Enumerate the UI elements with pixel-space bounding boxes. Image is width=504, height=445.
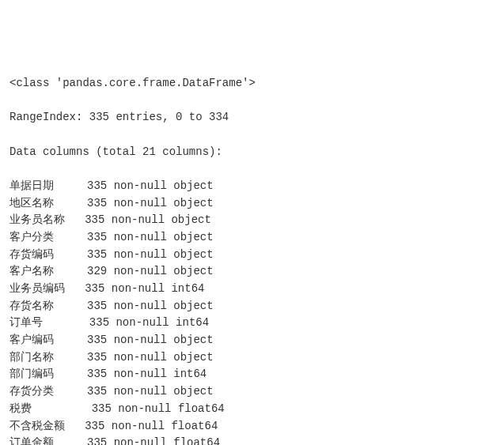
column-count: 335 — [85, 213, 104, 226]
column-row: 单据日期 335 non-null object — [9, 178, 495, 195]
column-name: 订单金额 — [9, 436, 81, 445]
column-row: 存货分类 335 non-null object — [9, 383, 495, 401]
column-name: 客户编码 — [9, 334, 81, 346]
column-name: 客户名称 — [9, 265, 81, 277]
nonnull-label: non-null — [114, 265, 167, 277]
column-count: 335 — [87, 436, 107, 445]
column-dtype: object — [173, 248, 213, 261]
column-name: 部门名称 — [9, 351, 81, 364]
column-row: 业务员编码 335 non-null int64 — [9, 281, 495, 298]
column-dtype: int64 — [171, 282, 204, 295]
nonnull-label: non-null — [112, 282, 165, 295]
column-dtype: object — [173, 197, 213, 209]
nonnull-label: non-null — [112, 420, 165, 432]
nonnull-label: non-null — [114, 197, 167, 209]
column-name: 税费 — [9, 402, 85, 415]
nonnull-label: non-null — [114, 248, 167, 261]
nonnull-label: non-null — [114, 368, 167, 380]
column-row: 税费 335 non-null float64 — [9, 401, 495, 418]
column-dtype: float64 — [178, 402, 225, 415]
column-count: 335 — [87, 300, 107, 312]
column-dtype: object — [173, 334, 213, 346]
column-dtype: object — [173, 385, 213, 398]
nonnull-label: non-null — [114, 351, 167, 364]
column-count: 335 — [87, 179, 107, 192]
column-count: 335 — [87, 385, 107, 398]
column-count: 335 — [92, 402, 112, 415]
nonnull-label: non-null — [114, 436, 167, 445]
nonnull-label: non-null — [118, 402, 171, 415]
column-row: 业务员名称 335 non-null object — [9, 212, 495, 229]
column-name: 存货编码 — [9, 248, 81, 261]
df-class-line: <class 'pandas.core.frame.DataFrame'> — [9, 75, 495, 92]
column-name: 部门编码 — [9, 368, 81, 380]
nonnull-label: non-null — [114, 385, 167, 398]
column-row: 不含税金额 335 non-null float64 — [9, 418, 495, 436]
column-count: 335 — [87, 334, 107, 346]
nonnull-label: non-null — [114, 300, 167, 312]
column-dtype: float64 — [171, 420, 218, 432]
column-count: 335 — [87, 248, 107, 261]
column-count: 335 — [89, 316, 109, 329]
column-count: 335 — [87, 197, 107, 209]
column-dtype: object — [173, 265, 213, 277]
column-count: 335 — [85, 282, 104, 295]
nonnull-label: non-null — [114, 334, 167, 346]
column-dtype: object — [171, 213, 210, 226]
nonnull-label: non-null — [114, 231, 167, 243]
column-name: 订单号 — [9, 316, 82, 329]
column-row: 订单金额 335 non-null float64 — [9, 435, 495, 445]
column-row: 客户分类 335 non-null object — [9, 229, 495, 247]
column-name: 单据日期 — [9, 179, 81, 192]
column-count: 335 — [87, 351, 107, 364]
column-dtype: int64 — [176, 316, 209, 329]
column-name: 存货分类 — [9, 385, 81, 398]
column-row: 存货编码 335 non-null object — [9, 247, 495, 264]
nonnull-label: non-null — [114, 179, 167, 192]
column-name: 地区名称 — [9, 197, 81, 209]
column-name: 客户分类 — [9, 231, 81, 243]
column-dtype: int64 — [173, 368, 207, 380]
column-row: 存货名称 335 non-null object — [9, 298, 495, 315]
nonnull-label: non-null — [116, 316, 169, 329]
columns-list: 单据日期 335 non-null object地区名称 335 non-nul… — [9, 178, 495, 445]
column-count: 335 — [85, 420, 104, 432]
column-dtype: float64 — [173, 436, 220, 445]
column-row: 客户编码 335 non-null object — [9, 332, 495, 349]
nonnull-label: non-null — [112, 213, 165, 226]
column-count: 329 — [87, 265, 107, 277]
column-name: 不含税金额 — [9, 420, 78, 432]
columns-header-line: Data columns (total 21 columns): — [9, 144, 495, 161]
column-name: 存货名称 — [9, 300, 81, 312]
column-name: 业务员编码 — [9, 282, 78, 295]
column-row: 部门编码 335 non-null int64 — [9, 366, 495, 383]
column-dtype: object — [173, 351, 213, 364]
column-count: 335 — [87, 368, 107, 380]
column-row: 客户名称 329 non-null object — [9, 263, 495, 281]
column-row: 地区名称 335 non-null object — [9, 195, 495, 213]
column-dtype: object — [173, 179, 213, 192]
column-row: 部门名称 335 non-null object — [9, 349, 495, 367]
column-name: 业务员名称 — [9, 213, 78, 226]
column-dtype: object — [173, 300, 213, 312]
column-dtype: object — [173, 231, 213, 243]
range-index-line: RangeIndex: 335 entries, 0 to 334 — [9, 109, 495, 126]
column-row: 订单号 335 non-null int64 — [9, 315, 495, 332]
column-count: 335 — [87, 231, 107, 243]
